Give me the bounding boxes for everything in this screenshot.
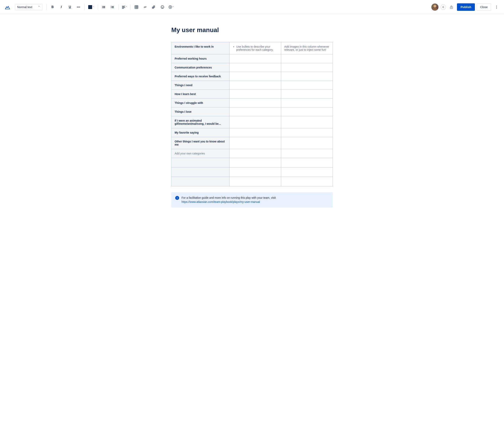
table-cell[interactable]: [281, 158, 333, 167]
color-button[interactable]: ⌃: [87, 4, 95, 10]
svg-rect-14: [122, 7, 125, 8]
underline-icon: U: [69, 5, 71, 9]
lock-button[interactable]: [448, 4, 455, 11]
avatar[interactable]: [431, 4, 438, 11]
close-button[interactable]: Close: [477, 3, 491, 11]
table-cell[interactable]: [229, 81, 281, 89]
bullet-list: Use bullets to describe your preferences…: [233, 45, 278, 51]
lock-icon: [450, 5, 453, 9]
table-cell[interactable]: Use bullets to describe your preferences…: [229, 42, 281, 54]
more-options-button[interactable]: [493, 4, 500, 11]
table-cell[interactable]: [171, 158, 229, 167]
table-row: Environments I like to work in Use bulle…: [171, 42, 333, 54]
more-options-icon: [495, 5, 498, 9]
svg-point-4: [102, 7, 103, 8]
table-cell[interactable]: My favorite saying: [171, 128, 229, 137]
bold-button[interactable]: B: [49, 4, 56, 11]
add-categories-placeholder: Add your own categories: [175, 152, 205, 155]
more-formatting-button[interactable]: •••: [75, 4, 82, 11]
table-cell[interactable]: [281, 137, 333, 149]
table-cell[interactable]: Add your own categories: [171, 149, 229, 158]
table-cell[interactable]: [229, 128, 281, 137]
table-cell[interactable]: [229, 158, 281, 167]
table-row: Things I need: [171, 81, 333, 89]
table-cell[interactable]: Add images in this column whenever relev…: [281, 42, 333, 54]
table-row: [171, 158, 333, 167]
toolbar-divider-3: [98, 4, 98, 10]
table-cell[interactable]: [229, 177, 281, 186]
underline-button[interactable]: U: [66, 4, 73, 11]
table-cell[interactable]: Things I struggle with: [171, 98, 229, 107]
table-cell[interactable]: [229, 54, 281, 63]
cell-label: Things I need: [175, 84, 192, 87]
table-row: [171, 177, 333, 186]
attachment-button[interactable]: [150, 4, 157, 11]
page-title[interactable]: My user manual: [171, 26, 333, 34]
table-button[interactable]: [133, 4, 140, 11]
svg-rect-11: [112, 8, 114, 8]
info-box: i For a facilitation guide and more info…: [171, 192, 333, 208]
info-link[interactable]: https://www.atlassian.com/team-playbook/…: [181, 200, 260, 203]
table-cell[interactable]: [229, 89, 281, 98]
table-cell[interactable]: [229, 116, 281, 128]
italic-button[interactable]: I: [58, 4, 65, 11]
table-cell[interactable]: [281, 167, 333, 177]
svg-rect-16: [135, 6, 138, 9]
toolbar-divider-4: [118, 4, 119, 10]
table-cell[interactable]: If I were an animated gif/meme/animal/so…: [171, 116, 229, 128]
emoji-button[interactable]: [159, 4, 166, 11]
table-cell[interactable]: [281, 89, 333, 98]
table-cell[interactable]: Preferred working hours: [171, 54, 229, 63]
table-cell[interactable]: [281, 116, 333, 128]
cell-label: My favorite saying: [175, 131, 199, 134]
table-cell[interactable]: [229, 63, 281, 72]
table-cell[interactable]: [281, 107, 333, 116]
insert-button[interactable]: ⌃: [168, 4, 175, 11]
table-cell[interactable]: [281, 72, 333, 81]
table-cell[interactable]: [281, 149, 333, 158]
info-message: For a facilitation guide and more info o…: [181, 196, 276, 199]
link-button[interactable]: [142, 4, 149, 11]
logo[interactable]: [4, 4, 11, 11]
svg-text:3.: 3.: [111, 7, 112, 8]
table-cell[interactable]: [281, 63, 333, 72]
table-cell[interactable]: [171, 177, 229, 186]
table-cell[interactable]: Environments I like to work in: [171, 42, 229, 54]
table-cell[interactable]: [229, 107, 281, 116]
table-cell[interactable]: Other things I want you to know about me: [171, 137, 229, 149]
cell-hint: Add images in this column whenever relev…: [284, 45, 329, 51]
table-cell[interactable]: Things I need: [171, 81, 229, 89]
table-cell[interactable]: [229, 72, 281, 81]
table-cell[interactable]: [281, 81, 333, 89]
toolbar-divider-5: [130, 4, 131, 10]
table-cell[interactable]: [229, 137, 281, 149]
table-cell[interactable]: [229, 149, 281, 158]
table-row: Things I love: [171, 107, 333, 116]
table-cell[interactable]: [281, 54, 333, 63]
publish-button[interactable]: Publish: [457, 3, 475, 11]
bullet-list-button[interactable]: [100, 4, 107, 11]
table-cell[interactable]: [281, 177, 333, 186]
svg-rect-9: [112, 7, 114, 7]
table-cell[interactable]: [229, 98, 281, 107]
cell-label: Environments I like to work in: [175, 45, 214, 48]
cell-label: Communication preferences: [175, 66, 212, 69]
table-cell[interactable]: How I learn best: [171, 89, 229, 98]
numbered-list-button[interactable]: 1. 2. 3.: [109, 4, 116, 11]
alignment-icon: [122, 5, 126, 9]
svg-point-2: [102, 7, 103, 7]
text-style-selector[interactable]: Normal text ⌃: [15, 4, 42, 10]
avatar-image: [431, 4, 438, 11]
svg-point-22: [162, 6, 162, 7]
table-cell[interactable]: [281, 128, 333, 137]
table-cell[interactable]: Communication preferences: [171, 63, 229, 72]
table-cell[interactable]: Things I love: [171, 107, 229, 116]
table-cell[interactable]: Preferred ways to receive feedback: [171, 72, 229, 81]
table-cell[interactable]: [281, 98, 333, 107]
cell-label: Things I struggle with: [175, 101, 203, 104]
table-cell[interactable]: [229, 167, 281, 177]
table-cell[interactable]: [171, 167, 229, 177]
add-collaborator-button[interactable]: [440, 4, 446, 10]
svg-point-31: [496, 6, 497, 6]
alignment-button[interactable]: ⌃: [121, 4, 128, 11]
